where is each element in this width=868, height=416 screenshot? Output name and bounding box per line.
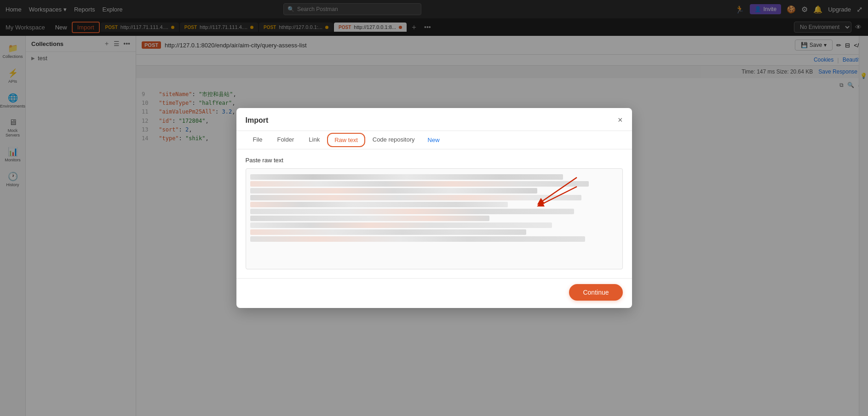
modal-title: Import [246,116,269,125]
modal-footer: Continue [236,278,632,308]
modal-body: Paste raw text [236,149,632,278]
modal-tabs: File Folder Link Raw text Code repositor… [236,131,632,149]
modal-tab-new[interactable]: New [422,132,445,148]
import-modal: Import × File Folder Link Raw text Code … [236,108,632,308]
modal-close-button[interactable]: × [618,115,623,125]
modal-header: Import × [236,108,632,131]
paste-raw-text-label: Paste raw text [246,157,623,164]
modal-tab-link[interactable]: Link [301,131,327,148]
raw-text-input[interactable] [246,168,623,269]
modal-tab-file[interactable]: File [246,131,270,148]
modal-tab-code-repository[interactable]: Code repository [365,131,422,148]
raw-text-container [246,168,623,271]
modal-tab-folder[interactable]: Folder [270,131,301,148]
continue-button[interactable]: Continue [569,284,622,301]
modal-tab-raw-text[interactable]: Raw text [327,133,365,147]
modal-overlay[interactable]: Import × File Folder Link Raw text Code … [0,0,868,416]
